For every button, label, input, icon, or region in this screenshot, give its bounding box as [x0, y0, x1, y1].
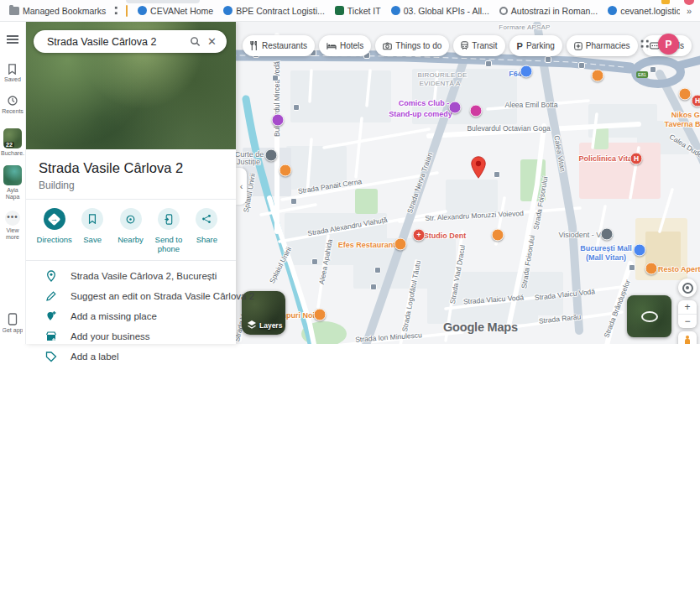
page-title: Strada Vasile Cârlova 2 [39, 160, 222, 176]
map-poi-label[interactable]: Nikos Gre [671, 111, 700, 119]
map-street-label: Aleea Apahida [317, 238, 334, 285]
search-box: ✕ [34, 30, 227, 53]
rail-item-view-more[interactable]: ••• View more [1, 211, 24, 241]
rail-item-recents[interactable]: Recents [2, 95, 24, 115]
directions-button[interactable]: → Directions [35, 208, 73, 253]
destination-pin[interactable] [471, 156, 486, 182]
chip-parking[interactable]: P Parking [509, 35, 562, 56]
managed-bookmarks-folder[interactable]: Managed Bookmarks [5, 4, 110, 18]
bookmark-items: CEVANet HomeBPE Contract Logisti...Ticke… [133, 4, 680, 18]
search-input[interactable] [45, 35, 185, 49]
map-poi-label[interactable]: Comics Club - [399, 99, 450, 107]
page: Managed Bookmarks CEVANet HomeBPE Contra… [0, 0, 700, 604]
transit-stop-icon [629, 264, 635, 271]
map-street-label: Strada Vlaicu Vodă [535, 287, 596, 302]
route-badge: E81 [636, 71, 648, 78]
nearby-button[interactable]: Nearby [112, 208, 149, 253]
account-avatar[interactable]: P [658, 34, 679, 55]
map-poi-icon[interactable]: + [413, 229, 426, 242]
chip-hotels[interactable]: Hotels [319, 35, 371, 56]
transit-stop-icon [311, 258, 318, 265]
bucharest-thumbnail: 22 [3, 128, 22, 148]
chip-transit[interactable]: Transit [453, 35, 504, 56]
map-poi-icon[interactable] [679, 88, 692, 101]
map-street-label: Strada Panait Cerna [297, 177, 363, 195]
send-to-phone-button[interactable]: Send to phone [149, 208, 187, 253]
blue-favicon [138, 6, 147, 15]
map-poi-icon[interactable] [265, 149, 278, 162]
street-view-preview[interactable] [627, 295, 671, 337]
map-poi-icon[interactable] [601, 228, 614, 241]
map-poi-icon[interactable] [592, 70, 604, 82]
label-tag-icon [45, 351, 57, 362]
rail-item-get-app[interactable]: Get app [3, 313, 24, 334]
bookmarks-apps-grid-icon[interactable] [113, 5, 120, 16]
bookmarks-overflow-chevron[interactable]: » [683, 6, 695, 16]
address-row[interactable]: Strada Vasile Cârlova 2, București [25, 266, 236, 286]
bookmark-item[interactable]: cevanet.logistics.cor... [603, 4, 680, 18]
map-street-label: Strada Rarău [538, 312, 581, 325]
folder-icon [9, 7, 19, 15]
transit-stop-icon [578, 62, 585, 69]
rail-item-bucharest[interactable]: 22 Buchare... [1, 128, 24, 157]
bookmark-item[interactable]: Autostrazi in Roman... [495, 4, 602, 18]
map-poi-icon[interactable] [520, 65, 533, 78]
blue-favicon [391, 6, 400, 15]
bookmark-item[interactable]: CEVANet Home [133, 4, 217, 18]
bookmark-item[interactable]: 03. Global KPIs - All... [387, 4, 494, 18]
map-poi-label[interactable]: (Mall Vitan) [586, 253, 626, 262]
map-street-label: Calea Vitan [552, 135, 567, 173]
map-poi-icon[interactable] [449, 102, 462, 114]
panel-collapse-button[interactable]: ‹ [236, 168, 247, 205]
rail-item-saved[interactable]: Saved [4, 64, 21, 83]
zoom-control: + − [678, 300, 697, 328]
map-poi-label[interactable]: București Mall [580, 244, 632, 253]
map-poi-label[interactable]: Stand-up comedy [389, 110, 452, 118]
bookmark-item[interactable]: BPE Contract Logisti... [219, 4, 329, 18]
street-view-ring-icon [641, 311, 658, 322]
map-poi-icon[interactable] [492, 229, 504, 242]
action-buttons: → Directions Save Nearby Send to phone [25, 200, 236, 261]
map-poi-label[interactable]: Policlinica Vitan [579, 154, 637, 163]
chip-things-to-do[interactable]: Things to do [375, 35, 449, 56]
chip-pharmacies[interactable]: Pharmacies [567, 35, 638, 56]
map-poi-icon[interactable]: H [692, 95, 700, 107]
map-poi-label[interactable]: Efes Restaurant [338, 241, 396, 249]
clear-search-icon[interactable]: ✕ [206, 35, 218, 48]
zoom-out-button[interactable]: − [678, 315, 697, 328]
map-poi-label[interactable]: Studio Dent [424, 232, 467, 240]
save-button[interactable]: Save [73, 208, 111, 253]
share-button[interactable]: Share [188, 208, 226, 253]
google-apps-grid-icon[interactable] [640, 39, 651, 50]
map-canvas[interactable]: Bulevardul Mircea VodăStrada Panait Cern… [236, 22, 700, 344]
place-photo[interactable]: ✕ [25, 22, 236, 149]
my-location-button[interactable] [678, 279, 697, 297]
search-icon[interactable] [190, 36, 201, 47]
map-poi-icon[interactable]: H [630, 153, 643, 165]
map-poi-icon[interactable] [279, 164, 292, 177]
map-poi-icon[interactable] [645, 263, 658, 275]
add-label-row[interactable]: Add a label [25, 346, 236, 367]
map-street-label: Splaiul Unirii [268, 246, 293, 285]
map-poi-label[interactable]: Resto Aperto [658, 265, 700, 273]
map-poi-icon[interactable] [470, 105, 483, 117]
place-subtitle: Building [39, 180, 222, 191]
blue-favicon [608, 6, 617, 15]
bookmark-item[interactable]: Ticket IT [331, 4, 385, 18]
suggest-edit-row[interactable]: Suggest an edit on Strada Vasile Cârlova… [25, 286, 236, 306]
chip-restaurants[interactable]: Restaurants [243, 35, 315, 56]
map-poi-icon[interactable] [634, 244, 646, 257]
pegman-icon [685, 336, 691, 345]
zoom-in-button[interactable]: + [678, 300, 697, 315]
map-poi-icon[interactable] [394, 238, 407, 251]
rail-item-ayia-napa[interactable]: Ayia Napa [1, 165, 24, 200]
parking-icon: P [517, 41, 523, 51]
add-missing-place-row[interactable]: Add a missing place [25, 306, 236, 326]
map-street-label: Strada Vlad Dracul [448, 244, 467, 305]
menu-icon[interactable] [7, 35, 18, 37]
map-poi-icon[interactable] [272, 114, 285, 127]
map-poi-icon[interactable] [314, 309, 326, 321]
map-poi-label[interactable]: Taverna Burebi [665, 120, 700, 128]
pegman-button[interactable] [678, 331, 697, 344]
add-business-row[interactable]: Add your business [25, 326, 236, 346]
